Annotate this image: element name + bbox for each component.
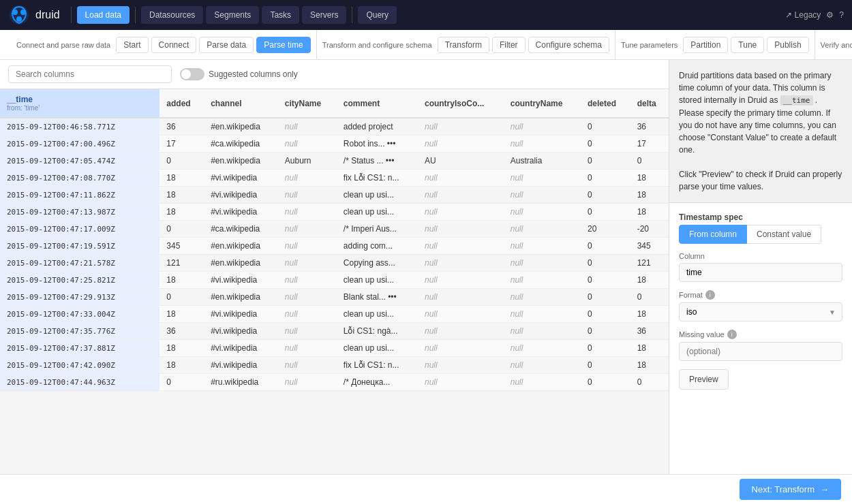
legacy-icon: ↗ xyxy=(785,10,792,20)
gear-button[interactable]: ⚙ xyxy=(826,10,834,20)
search-bar: Suggested columns only xyxy=(0,60,669,89)
step-connect[interactable]: Connect xyxy=(151,37,197,53)
tooltip-box: Druid partitions data based on the prima… xyxy=(669,60,852,203)
cell-delta: 0 xyxy=(630,153,669,170)
missing-value-field-group: Missing value i xyxy=(679,330,842,361)
cell-deleted: 0 xyxy=(581,187,630,204)
step-publish[interactable]: Publish xyxy=(767,37,808,53)
cell-added: 36 xyxy=(159,118,204,136)
load-data-button[interactable]: Load data xyxy=(77,6,130,24)
cell-added: 18 xyxy=(159,187,204,204)
cell-time: 2015-09-12T00:46:58.771Z xyxy=(0,118,159,136)
cell-channel: #vi.wikipedia xyxy=(204,272,278,289)
cell-channel: #en.wikipedia xyxy=(204,238,278,255)
col-header-time[interactable]: __time from: 'time' xyxy=(0,89,159,118)
step-partition[interactable]: Partition xyxy=(683,37,728,53)
from-column-button[interactable]: From column xyxy=(679,225,747,244)
cell-country: null xyxy=(504,272,581,289)
nav-right: ↗ Legacy ⚙ ? xyxy=(785,10,844,20)
format-select[interactable]: iso posix millis micro nano auto xyxy=(679,302,842,321)
missing-value-info-icon[interactable]: i xyxy=(727,330,737,339)
cell-comment: fix Lỗi CS1: n... xyxy=(337,357,418,374)
timestamp-spec-row: From column Constant value xyxy=(679,225,842,244)
table-row: 2015-09-12T00:47:37.881Z 18 #vi.wikipedi… xyxy=(0,340,669,357)
cell-comment: clean up usi... xyxy=(337,204,418,221)
cell-time: 2015-09-12T00:47:05.474Z xyxy=(0,153,159,170)
cell-time: 2015-09-12T00:47:42.090Z xyxy=(0,357,159,374)
table-row: 2015-09-12T00:46:58.771Z 36 #en.wikipedi… xyxy=(0,118,669,136)
tasks-button[interactable]: Tasks xyxy=(262,6,299,24)
search-input[interactable] xyxy=(8,65,172,83)
cell-ciso: null xyxy=(418,118,504,136)
cell-ciso: AU xyxy=(418,153,504,170)
cell-delta: 36 xyxy=(630,323,669,340)
table-row: 2015-09-12T00:47:13.987Z 18 #vi.wikipedi… xyxy=(0,204,669,221)
legacy-button[interactable]: ↗ Legacy xyxy=(785,10,821,20)
column-input[interactable] xyxy=(679,263,842,282)
cell-country: null xyxy=(504,306,581,323)
cell-comment: Lỗi CS1: ngà... xyxy=(337,323,418,340)
col-header-time-sub: from: 'time' xyxy=(7,104,153,112)
col-header-comment[interactable]: comment xyxy=(337,89,418,118)
missing-value-label: Missing value i xyxy=(679,330,842,339)
step-configure-schema[interactable]: Configure schema xyxy=(528,37,609,53)
cell-ciso: null xyxy=(418,340,504,357)
cell-ciso: null xyxy=(418,374,504,391)
constant-value-button[interactable]: Constant value xyxy=(747,225,821,244)
col-header-cityname[interactable]: cityName xyxy=(278,89,337,118)
next-transform-button[interactable]: Next: Transform → xyxy=(740,479,841,500)
cell-country: null xyxy=(504,136,581,153)
cell-added: 0 xyxy=(159,289,204,306)
cell-ciso: null xyxy=(418,187,504,204)
table-row: 2015-09-12T00:47:17.009Z 0 #ca.wikipedia… xyxy=(0,221,669,238)
col-header-added[interactable]: added xyxy=(159,89,204,118)
datasources-button[interactable]: Datasources xyxy=(141,6,203,24)
table-row: 2015-09-12T00:47:25.821Z 18 #vi.wikipedi… xyxy=(0,272,669,289)
cell-cityname: null xyxy=(278,136,337,153)
step-filter[interactable]: Filter xyxy=(492,37,526,53)
cell-delta: 18 xyxy=(630,204,669,221)
cell-deleted: 0 xyxy=(581,374,630,391)
format-info-icon[interactable]: i xyxy=(705,290,715,300)
cell-channel: #en.wikipedia xyxy=(204,118,278,136)
cell-channel: #en.wikipedia xyxy=(204,255,278,272)
cell-delta: 0 xyxy=(630,374,669,391)
cell-deleted: 0 xyxy=(581,289,630,306)
cell-added: 18 xyxy=(159,357,204,374)
cell-time: 2015-09-12T00:47:17.009Z xyxy=(0,221,159,238)
cell-country: Australia xyxy=(504,153,581,170)
cell-channel: #en.wikipedia xyxy=(204,153,278,170)
wizard-bar: Connect and parse raw data Start Connect… xyxy=(0,30,852,60)
step-transform[interactable]: Transform xyxy=(438,37,489,53)
step-parse-data[interactable]: Parse data xyxy=(199,37,254,53)
col-header-countryiso[interactable]: countryIsoCo... xyxy=(418,89,504,118)
col-header-delta[interactable]: delta xyxy=(630,89,669,118)
main-area: Suggested columns only __time from: 'tim… xyxy=(0,60,852,474)
query-button[interactable]: Query xyxy=(358,6,397,24)
help-button[interactable]: ? xyxy=(839,10,844,20)
suggested-columns-toggle[interactable] xyxy=(180,68,204,80)
cell-ciso: null xyxy=(418,272,504,289)
col-header-channel[interactable]: channel xyxy=(204,89,278,118)
toggle-knob xyxy=(181,69,191,79)
preview-button[interactable]: Preview xyxy=(679,369,729,390)
cell-cityname: null xyxy=(278,357,337,374)
step-parse-time[interactable]: Parse time xyxy=(256,37,310,53)
cell-time: 2015-09-12T00:47:25.821Z xyxy=(0,272,159,289)
svg-point-3 xyxy=(16,16,22,22)
cell-time: 2015-09-12T00:47:33.004Z xyxy=(0,306,159,323)
cell-deleted: 0 xyxy=(581,306,630,323)
table-row: 2015-09-12T00:47:33.004Z 18 #vi.wikipedi… xyxy=(0,306,669,323)
col-header-deleted[interactable]: deleted xyxy=(581,89,630,118)
col-header-time-label: __time xyxy=(7,95,153,104)
step-tune[interactable]: Tune xyxy=(731,37,764,53)
segments-button[interactable]: Segments xyxy=(206,6,259,24)
cell-cityname: null xyxy=(278,374,337,391)
col-header-countryname[interactable]: countryName xyxy=(504,89,581,118)
servers-button[interactable]: Servers xyxy=(302,6,346,24)
timestamp-spec-group: Timestamp spec From column Constant valu… xyxy=(679,212,842,244)
missing-value-input[interactable] xyxy=(679,342,842,361)
step-start[interactable]: Start xyxy=(116,37,148,53)
cell-channel: #en.wikipedia xyxy=(204,289,278,306)
wizard-group-4: Verify and submit ✎ Edit JSON spec xyxy=(815,30,852,59)
